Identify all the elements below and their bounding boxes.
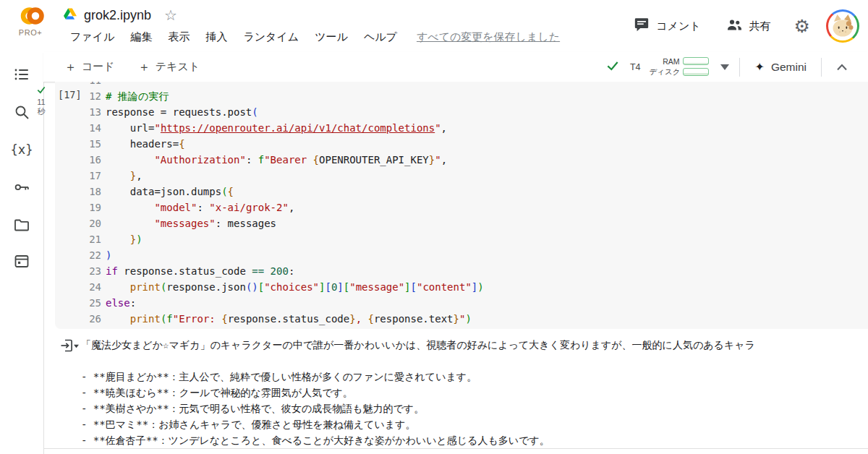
- code-line-19[interactable]: 19 "model": "x-ai/grok-2",: [55, 200, 868, 215]
- line-number: 11: [80, 82, 101, 88]
- runtime-type-label: T4: [630, 62, 641, 72]
- settings-gear-icon[interactable]: ⚙: [788, 17, 816, 35]
- menu-item-4[interactable]: ランタイム: [235, 27, 307, 46]
- share-button[interactable]: 共有: [718, 12, 778, 40]
- title-row: grok2.ipynb ☆: [64, 7, 177, 24]
- output-line-5: - **巴マミ**：お姉さんキャラで、優雅さと母性を兼ね備えています。: [81, 416, 868, 432]
- cell-output: 「魔法少女まどか☆マギカ」のキャラクターの中で誰が一番かわいいかは、視聴者の好み…: [81, 337, 868, 448]
- line-number: 23: [80, 263, 101, 279]
- line-number: 24: [80, 279, 101, 295]
- avatar-image: [828, 12, 857, 40]
- colab-logo-icon: [12, 17, 48, 29]
- resource-monitor[interactable]: RAM ディスク: [649, 57, 709, 77]
- code-line-25[interactable]: 25else:: [55, 295, 868, 311]
- collapse-chevron-up-icon[interactable]: [822, 59, 861, 75]
- line-number: 25: [80, 295, 101, 311]
- line-number: 20: [80, 215, 101, 231]
- output-line-0: 「魔法少女まどか☆マギカ」のキャラクターの中で誰が一番かわいいかは、視聴者の好み…: [81, 337, 868, 353]
- cell-success-check-icon: [35, 85, 47, 95]
- scheduled-calendar-icon[interactable]: [7, 247, 36, 275]
- toolbar-right: T4 RAM ディスク ✦ Gemini: [605, 56, 868, 78]
- code-line-23[interactable]: 23if response.status_code == 200:: [55, 263, 868, 279]
- star-icon[interactable]: ☆: [164, 7, 177, 24]
- output-line-4: - **美樹さやか**：元気で明るい性格で、彼女の成長物語も魅力的です。: [81, 401, 868, 416]
- execution-count[interactable]: [17]: [58, 89, 82, 100]
- code-line-26[interactable]: 26 print(f"Error: {response.status_code}…: [55, 311, 868, 327]
- line-number: 26: [80, 311, 101, 327]
- code-editor[interactable]: 1112# 推論の実行13response = requests.post(14…: [55, 82, 868, 327]
- notebook-title[interactable]: grok2.ipynb: [84, 8, 151, 23]
- ram-usage-bar: [683, 57, 709, 65]
- line-number: 12: [80, 88, 101, 104]
- menu-bar: ファイル編集表示挿入ランタイムツールヘルプ すべての変更を保存しました: [62, 30, 560, 44]
- code-line-13[interactable]: 13response = requests.post(: [55, 104, 868, 120]
- runtime-dropdown-caret-icon[interactable]: [720, 64, 729, 70]
- code-line-24[interactable]: 24 print(response.json()["choices"][0]["…: [55, 279, 868, 295]
- insert-buttons: ＋ コード ＋ テキスト: [43, 55, 206, 79]
- line-number: 18: [80, 184, 101, 200]
- save-status[interactable]: すべての変更を保存しました: [417, 30, 560, 44]
- gemini-label: Gemini: [771, 61, 807, 74]
- comment-label: コメント: [656, 20, 700, 33]
- add-text-button[interactable]: ＋ テキスト: [132, 55, 206, 79]
- line-number: 17: [80, 168, 101, 184]
- drive-icon: [64, 8, 77, 23]
- next-cell-divider: [43, 448, 868, 449]
- output-line-6: - **佐倉杏子**：ツンデレなところと、食べることが大好きな姿がかわいいと感じ…: [81, 432, 868, 448]
- menu-item-0[interactable]: ファイル: [62, 27, 122, 46]
- add-code-label: コード: [82, 60, 115, 74]
- add-code-button[interactable]: ＋ コード: [58, 55, 122, 79]
- code-line-15[interactable]: 15 headers={: [55, 136, 868, 152]
- menu-item-2[interactable]: 表示: [160, 27, 197, 46]
- plus-icon: ＋: [138, 59, 150, 75]
- secrets-key-icon[interactable]: [7, 173, 36, 202]
- notebook-toolbar: ＋ コード ＋ テキスト T4 RAM ディスク: [43, 52, 868, 82]
- share-label: 共有: [749, 20, 771, 33]
- header-actions: コメント 共有 ⚙: [626, 9, 859, 43]
- disk-label: ディスク: [649, 67, 679, 77]
- variables-icon[interactable]: {x}: [7, 135, 36, 164]
- account-avatar[interactable]: [826, 9, 859, 43]
- output-line-2: - **鹿目まどか**：主人公で、純粋で優しい性格が多くのファンに愛されています…: [81, 369, 868, 385]
- code-line-21[interactable]: 21 }): [55, 231, 868, 247]
- code-cell[interactable]: [17] 1112# 推論の実行13response = requests.po…: [55, 82, 868, 329]
- line-number: 22: [80, 247, 101, 263]
- line-number: 15: [80, 136, 101, 152]
- menu-item-1[interactable]: 編集: [122, 27, 160, 46]
- code-line-16[interactable]: 16 "Authorization": f"Bearer {OPENROUTER…: [55, 152, 868, 168]
- line-number: 21: [80, 231, 101, 247]
- output-line-3: - **暁美ほむら**：クールで神秘的な雰囲気が人気です。: [81, 385, 868, 401]
- pro-plus-badge: PRO+: [9, 28, 51, 37]
- connected-check-icon: [605, 59, 620, 76]
- output-line-1: [81, 353, 868, 369]
- comment-button[interactable]: コメント: [626, 12, 707, 40]
- code-line-18[interactable]: 18 data=json.dumps({: [55, 184, 868, 200]
- people-icon: [726, 16, 743, 36]
- files-folder-icon[interactable]: [7, 210, 36, 239]
- output-options-icon[interactable]: [59, 337, 80, 357]
- colab-window: PRO+ grok2.ipynb ☆ ファイル編集表示挿入ランタイムツールヘルプ…: [0, 0, 868, 454]
- comment-icon: [634, 17, 650, 35]
- line-number: 14: [80, 120, 101, 136]
- cell-execution-status: 11 秒: [30, 85, 52, 116]
- code-line-11[interactable]: 11: [55, 82, 868, 88]
- line-number: 13: [80, 104, 101, 120]
- menu-item-6[interactable]: ヘルプ: [356, 27, 405, 46]
- line-number: 16: [80, 152, 101, 168]
- code-line-14[interactable]: 14 url="https://openrouter.ai/api/v1/cha…: [55, 120, 868, 136]
- disk-usage-bar: [683, 68, 709, 76]
- code-line-17[interactable]: 17 },: [55, 168, 868, 184]
- menu-item-5[interactable]: ツール: [307, 27, 356, 46]
- code-line-12[interactable]: 12# 推論の実行: [55, 88, 868, 104]
- ram-label: RAM: [649, 57, 679, 66]
- colab-logo[interactable]: PRO+: [9, 5, 51, 37]
- gemini-button[interactable]: ✦ Gemini: [740, 56, 821, 78]
- menu-item-3[interactable]: 挿入: [197, 27, 235, 46]
- gemini-spark-icon: ✦: [754, 60, 764, 74]
- execution-time-unit: 秒: [30, 107, 52, 116]
- plus-icon: ＋: [64, 59, 77, 75]
- code-line-20[interactable]: 20 "messages": messages: [55, 215, 868, 231]
- code-line-22[interactable]: 22): [55, 247, 868, 263]
- header: PRO+ grok2.ipynb ☆ ファイル編集表示挿入ランタイムツールヘルプ…: [0, 0, 868, 53]
- line-number: 19: [80, 200, 101, 215]
